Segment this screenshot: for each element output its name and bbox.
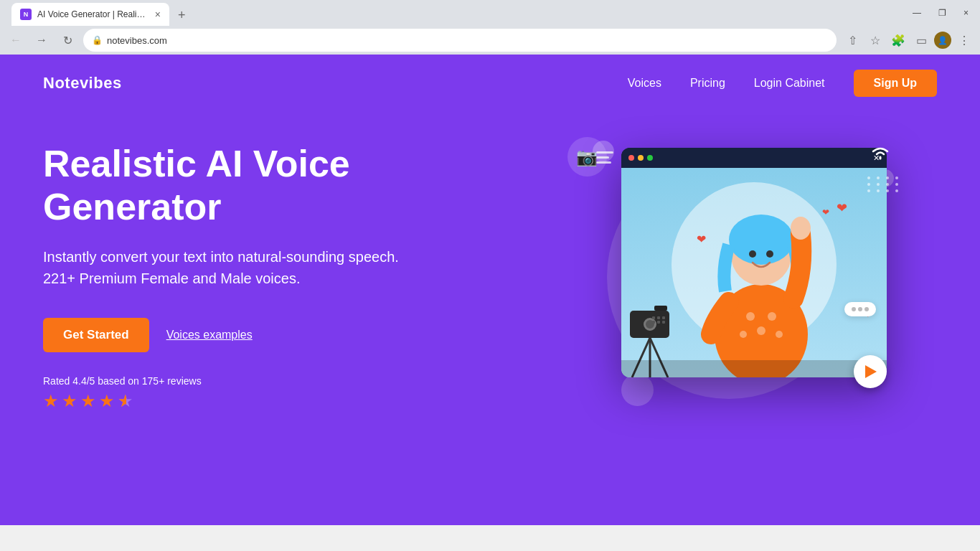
device-frame: ✕ [621, 148, 887, 377]
float-camera-bg: 📷 [567, 137, 607, 176]
star-half: ★ ★ [118, 391, 133, 411]
signup-button[interactable]: Sign Up [854, 70, 937, 97]
tab-title: AI Voice Generator | Realistic Tex... [37, 9, 149, 19]
minimize-button[interactable]: — [907, 5, 927, 21]
bg-circle-bl [621, 374, 654, 406]
address-bar[interactable]: 🔒 notevibes.com [83, 29, 837, 52]
extensions-icon[interactable]: 🧩 [888, 30, 908, 50]
hero-left: Realistic AI VoiceGenerator Instantly co… [43, 143, 534, 411]
tab-close-btn[interactable]: × [155, 9, 161, 20]
lock-icon: 🔒 [92, 35, 103, 45]
profile-avatar[interactable]: 👤 [934, 32, 951, 49]
navbar: Notevibes Voices Pricing Login Cabinet S… [0, 55, 980, 112]
reload-button[interactable]: ↻ [57, 30, 77, 50]
site-logo[interactable]: Notevibes [43, 74, 122, 93]
new-tab-button[interactable]: + [172, 5, 192, 26]
address-text: notevibes.com [107, 35, 167, 46]
play-button[interactable] [854, 355, 887, 388]
dots-pattern [867, 176, 901, 192]
chat-bubble [844, 302, 876, 316]
bookmark-icon[interactable]: ☆ [865, 30, 885, 50]
dot-yellow [638, 155, 644, 161]
person-illustration [689, 191, 833, 377]
browser-tab[interactable]: N AI Voice Generator | Realistic Tex... … [11, 3, 169, 26]
device-bottom-bar: ⊡ ⛶ [621, 360, 887, 377]
star-3: ★ [80, 391, 96, 411]
menu-icon[interactable]: ⋮ [954, 30, 974, 50]
svg-point-5 [791, 217, 811, 240]
nav-links: Voices Pricing Login Cabinet Sign Up [628, 70, 937, 97]
tab-favicon: N [20, 9, 32, 20]
get-started-button[interactable]: Get Started [43, 318, 149, 352]
voices-examples-link[interactable]: Voices examples [166, 329, 253, 342]
forward-button[interactable]: → [32, 30, 52, 50]
nav-login[interactable]: Login Cabinet [754, 77, 825, 90]
website-content: Notevibes Voices Pricing Login Cabinet S… [0, 55, 980, 525]
back-button[interactable]: ← [6, 30, 26, 50]
svg-point-7 [768, 312, 776, 321]
nav-voices[interactable]: Voices [628, 77, 661, 90]
svg-point-4 [766, 250, 773, 258]
svg-point-9 [740, 331, 747, 338]
heart-icon-1: ❤ [837, 200, 847, 216]
camera-icon: 📷 [576, 147, 598, 167]
hero-buttons: Get Started Voices examples [43, 318, 534, 352]
star-4: ★ [99, 391, 115, 411]
restore-button[interactable]: ❐ [933, 5, 952, 21]
wifi-icon [870, 144, 890, 164]
svg-point-3 [749, 250, 756, 258]
dot-green [647, 155, 653, 161]
svg-point-10 [776, 331, 783, 338]
device-top-bar: ✕ [621, 148, 887, 168]
star-2: ★ [62, 391, 77, 411]
heart-icon-4: ❤ [822, 207, 829, 217]
sidebar-icon[interactable]: ▭ [911, 30, 931, 50]
device-content: ❤ ❤ ❤ ❤ [621, 168, 887, 377]
hero-illustration: ✕ 📷 ✕ [534, 126, 937, 428]
rating-text: Rated 4.4/5 based on 175+ reviews [43, 375, 534, 387]
star-rating: ★ ★ ★ ★ ★ ★ [43, 391, 534, 411]
hero-subtitle: Instantly convert your text into natural… [43, 246, 416, 289]
share-icon[interactable]: ⇧ [842, 30, 862, 50]
device-dots [628, 155, 653, 161]
hero-title: Realistic AI VoiceGenerator [43, 143, 534, 229]
svg-point-8 [757, 326, 765, 335]
heart-icon-3: ❤ [697, 232, 706, 246]
dot-red [628, 155, 634, 161]
rating-section: Rated 4.4/5 based on 175+ reviews ★ ★ ★ … [43, 375, 534, 411]
illustration-container: ✕ 📷 ✕ [564, 126, 908, 428]
close-button[interactable]: × [958, 5, 974, 21]
nav-pricing[interactable]: Pricing [690, 77, 725, 90]
svg-point-2 [729, 215, 793, 265]
hero-section: Realistic AI VoiceGenerator Instantly co… [0, 112, 980, 428]
star-1: ★ [43, 391, 59, 411]
play-triangle [865, 365, 877, 378]
svg-point-6 [746, 312, 755, 321]
